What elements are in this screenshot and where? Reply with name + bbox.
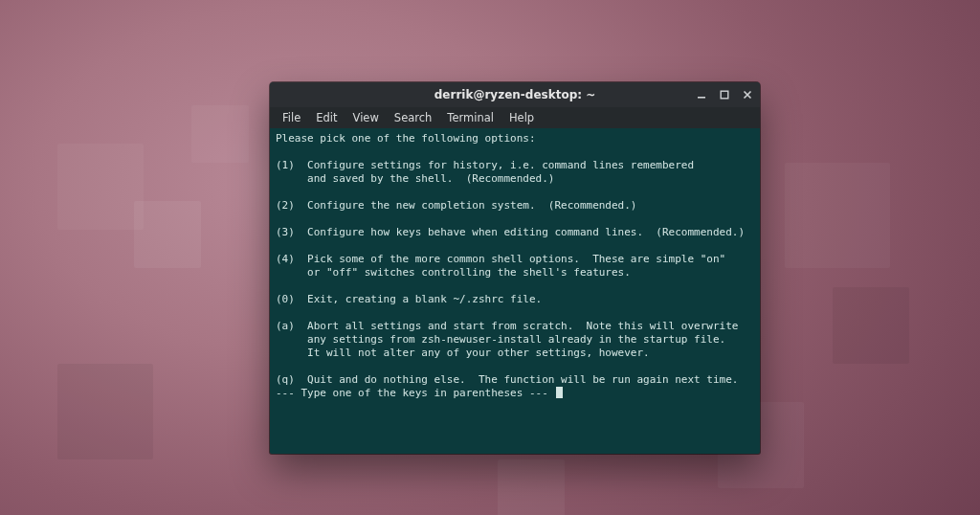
menubar: File Edit View Search Terminal Help bbox=[270, 107, 760, 128]
svg-rect-0 bbox=[698, 97, 705, 99]
svg-rect-1 bbox=[721, 91, 728, 99]
window-controls bbox=[695, 82, 754, 107]
desktop-wallpaper: derrik@ryzen-desktop: ~ File Edit View S… bbox=[0, 0, 980, 515]
minimize-button[interactable] bbox=[695, 88, 708, 101]
close-button[interactable] bbox=[741, 88, 754, 101]
window-title: derrik@ryzen-desktop: ~ bbox=[434, 88, 596, 101]
menu-search[interactable]: Search bbox=[388, 109, 439, 126]
maximize-button[interactable] bbox=[718, 88, 731, 101]
menu-view[interactable]: View bbox=[346, 109, 386, 126]
menu-help[interactable]: Help bbox=[502, 109, 541, 126]
terminal-output[interactable]: Please pick one of the following options… bbox=[270, 128, 760, 454]
menu-file[interactable]: File bbox=[276, 109, 307, 126]
terminal-window: derrik@ryzen-desktop: ~ File Edit View S… bbox=[270, 82, 760, 454]
menu-edit[interactable]: Edit bbox=[309, 109, 344, 126]
menu-terminal[interactable]: Terminal bbox=[440, 109, 501, 126]
terminal-cursor bbox=[556, 387, 563, 398]
titlebar[interactable]: derrik@ryzen-desktop: ~ bbox=[270, 82, 760, 107]
